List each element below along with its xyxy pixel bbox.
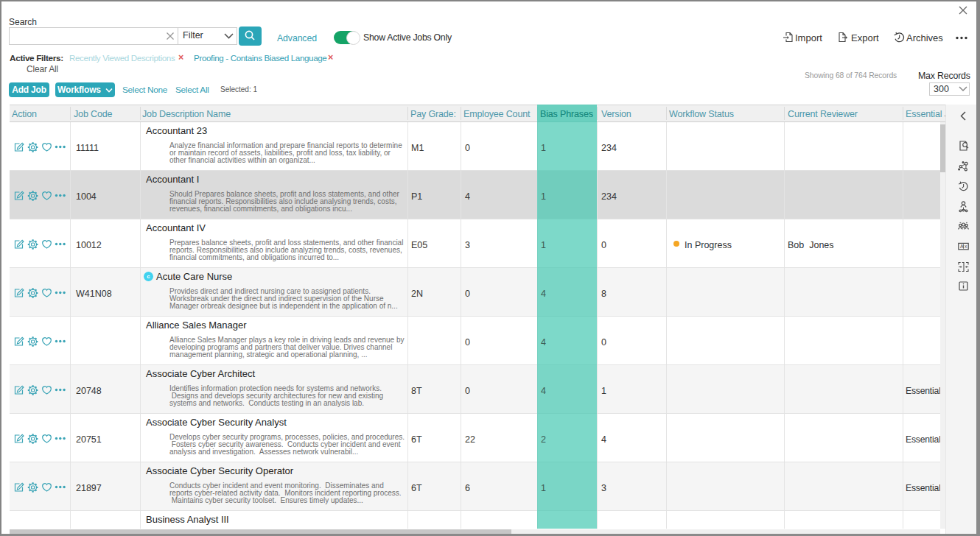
svg-text:x: x <box>965 244 967 249</box>
